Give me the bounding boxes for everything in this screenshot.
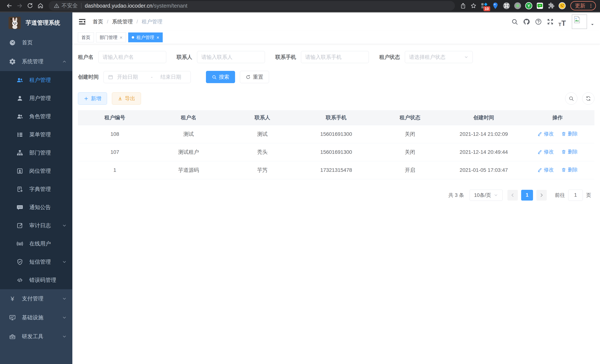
page-size-select[interactable]: 10条/页 (469, 190, 503, 201)
message-icon (16, 204, 24, 211)
address-bar[interactable]: 不安全 dashboard.yudao.iocoder.cn/system/te… (49, 1, 455, 10)
delete-button[interactable]: 删除 (561, 131, 578, 137)
page-number-button[interactable]: 1 (521, 190, 533, 201)
edit-button[interactable]: 修改 (537, 149, 554, 155)
forward-icon[interactable] (14, 0, 25, 11)
status-select[interactable]: 请选择租户状态 (405, 51, 473, 63)
chevron-up-icon (62, 59, 67, 64)
phone-input[interactable] (301, 51, 369, 63)
search-icon (212, 75, 217, 80)
sidebar-item-dept[interactable]: 部门管理 (0, 144, 72, 162)
security-label[interactable]: 不安全 (62, 2, 78, 9)
caret-down-icon[interactable] (590, 22, 594, 27)
sidebar-item-post[interactable]: 岗位管理 (0, 162, 72, 180)
help-icon[interactable] (533, 17, 544, 27)
badge-icon (16, 167, 24, 175)
extension-blocks-icon[interactable]: 10 (479, 0, 490, 11)
close-icon[interactable]: × (156, 35, 159, 40)
sidebar-item-label: 短信管理 (29, 258, 51, 266)
reload-icon[interactable] (25, 0, 35, 11)
reset-button[interactable]: 重置 (240, 71, 269, 83)
close-icon[interactable]: × (120, 35, 122, 40)
header-search-icon[interactable] (509, 17, 520, 27)
export-button[interactable]: 导出 (112, 92, 141, 105)
extension-record-icon[interactable] (512, 0, 523, 11)
tab-dept[interactable]: 部门管理 × (96, 32, 126, 42)
sidebar-item-role[interactable]: 角色管理 (0, 107, 72, 126)
sidebar-item-label: 通知公告 (29, 204, 51, 211)
sidebar-item-label: 用户管理 (29, 95, 51, 102)
delete-button[interactable]: 删除 (561, 149, 578, 155)
fullscreen-icon[interactable] (545, 17, 555, 27)
back-icon[interactable] (4, 0, 14, 11)
sidebar-item-notice[interactable]: 通知公告 (0, 198, 72, 216)
date-range-picker[interactable]: 开始日期 - 结束日期 (103, 71, 191, 83)
field-create-time: 创建时间 开始日期 - 结束日期 (78, 71, 191, 83)
breadcrumb-home[interactable]: 首页 (93, 18, 103, 25)
chrome-update-button[interactable]: 更新 (570, 1, 596, 10)
share-icon[interactable] (458, 0, 468, 11)
sidebar-fold-icon[interactable] (78, 18, 86, 26)
sidebar: 芋道管理系统 首页 系统管理 (0, 12, 72, 364)
pencil-icon (537, 149, 542, 154)
next-page-button[interactable] (536, 190, 547, 201)
contact-input[interactable] (197, 51, 265, 63)
sidebar-logo[interactable]: 芋道管理系统 (0, 12, 72, 33)
sidebar-item-devtools[interactable]: 研发工具 (0, 327, 72, 346)
breadcrumb-system[interactable]: 系统管理 (112, 18, 133, 25)
font-size-icon[interactable]: TT (557, 17, 567, 27)
profile-avatar-icon[interactable] (557, 0, 568, 11)
sidebar-item-label: 部门管理 (29, 149, 51, 157)
user-avatar[interactable] (572, 14, 587, 29)
date-separator: - (151, 74, 152, 80)
active-dot (132, 36, 134, 38)
update-label: 更新 (575, 2, 585, 9)
url-host[interactable]: dashboard.yudao.iocoder.cn (85, 3, 152, 9)
sidebar-item-payment[interactable]: ¥ 支付管理 (0, 289, 72, 308)
add-button[interactable]: 新增 (78, 92, 107, 105)
goto-page-input[interactable] (568, 190, 583, 201)
search-button[interactable]: 搜索 (206, 71, 235, 83)
sidebar-item-label: 错误码管理 (29, 276, 56, 284)
extensions-area: 10 Y (479, 0, 568, 11)
extension-pin-icon[interactable] (490, 0, 501, 11)
sidebar-item-dict[interactable]: 字典管理 (0, 180, 72, 198)
edit-button[interactable]: 修改 (537, 166, 554, 173)
url-path[interactable]: /system/tenant (152, 3, 188, 9)
sidebar-item-audit-log[interactable]: 审计日志 (0, 216, 72, 235)
sidebar-item-online-users[interactable]: 在线用户 (0, 235, 72, 253)
field-tenant-name: 租户名 (78, 51, 166, 63)
contact-label: 联系人 (177, 54, 192, 61)
edit-button[interactable]: 修改 (537, 131, 554, 137)
extension-command-icon[interactable] (501, 0, 512, 11)
show-search-icon[interactable] (565, 92, 577, 105)
sidebar-item-home[interactable]: 首页 (0, 33, 72, 52)
goto-unit-label: 页 (586, 192, 591, 198)
system-submenu: 租户管理 用户管理 角色管理 (0, 71, 72, 289)
sidebar-menu: 首页 系统管理 租户管理 (0, 33, 72, 346)
sidebar-item-infra[interactable]: 基础设施 (0, 308, 72, 327)
extension-chat-icon[interactable] (534, 0, 545, 11)
extensions-puzzle-icon[interactable] (545, 0, 557, 11)
tab-home[interactable]: 首页 (78, 32, 94, 42)
prev-page-button[interactable] (507, 190, 518, 201)
sidebar-item-error-code[interactable]: 错误码管理 (0, 271, 72, 289)
sidebar-item-menu[interactable]: 菜单管理 (0, 126, 72, 144)
tab-tenant[interactable]: 租户管理 × (128, 32, 163, 42)
sidebar-item-user[interactable]: 用户管理 (0, 89, 72, 107)
bookmark-star-icon[interactable] (468, 0, 479, 11)
refresh-table-icon[interactable] (582, 92, 594, 105)
tenant-name-input[interactable] (98, 51, 166, 63)
sidebar-item-tenant[interactable]: 租户管理 (0, 71, 72, 89)
field-status: 租户状态 请选择租户状态 (379, 51, 473, 63)
home-icon[interactable] (35, 0, 46, 11)
sidebar-item-system[interactable]: 系统管理 (0, 52, 72, 71)
delete-button[interactable]: 删除 (561, 166, 578, 173)
kebab-menu-icon[interactable] (588, 3, 593, 8)
tab-label: 部门管理 (100, 35, 117, 40)
pagination: 共 3 条 10条/页 1 前往 页 (78, 190, 594, 201)
table-header-row: 租户编号 租户名 联系人 联系手机 租户状态 创建时间 操作 (78, 110, 594, 125)
sidebar-item-sms[interactable]: 短信管理 (0, 253, 72, 271)
extension-y-icon[interactable]: Y (523, 0, 534, 11)
github-icon[interactable] (521, 17, 532, 27)
